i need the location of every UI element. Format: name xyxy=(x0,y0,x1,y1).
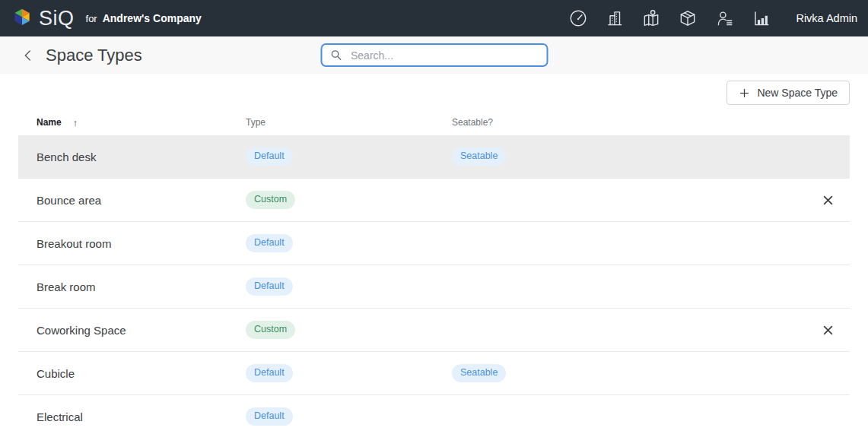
toolbar: Space Types xyxy=(0,36,868,74)
row-type-cell: Default xyxy=(246,147,452,166)
nav-people-button[interactable] xyxy=(706,0,742,36)
row-name: Bench desk xyxy=(18,150,246,163)
company-name: Andrew's Company xyxy=(103,12,202,24)
table-row[interactable]: Electrical Default xyxy=(18,395,850,434)
reports-bar-chart-icon xyxy=(751,8,771,28)
chevron-left-icon xyxy=(20,47,37,64)
people-icon xyxy=(714,8,734,28)
type-badge: Custom xyxy=(246,321,295,339)
nav-assets-button[interactable] xyxy=(669,0,706,36)
row-type-cell: Default xyxy=(246,234,452,252)
for-label: for xyxy=(86,13,97,24)
logo[interactable]: SiQ xyxy=(11,7,75,30)
column-header-name[interactable]: Name ↑ xyxy=(18,117,246,128)
delete-row-button[interactable] xyxy=(819,192,837,209)
row-type-cell: Default xyxy=(246,407,452,426)
type-badge: Default xyxy=(246,364,293,382)
row-type-cell: Default xyxy=(246,277,452,296)
type-badge: Default xyxy=(246,147,293,166)
table-row[interactable]: Break room Default xyxy=(18,265,850,309)
row-name: Breakout room xyxy=(18,237,246,250)
row-seatable-cell: Seatable xyxy=(452,147,806,166)
row-name: Break room xyxy=(18,280,246,293)
siq-cube-logo-icon xyxy=(11,7,33,30)
row-type-cell: Custom xyxy=(246,191,452,209)
type-badge: Default xyxy=(246,234,293,252)
assets-box-icon xyxy=(678,8,698,28)
table-body: Bench desk Default Seatable Bounce area … xyxy=(18,135,850,434)
search-box xyxy=(320,43,548,67)
nav-map-button[interactable] xyxy=(633,0,669,36)
dashboard-gauge-icon xyxy=(568,8,588,28)
nav-dashboard-button[interactable] xyxy=(560,0,596,36)
row-seatable-cell: Seatable xyxy=(452,364,806,382)
new-space-type-button[interactable]: New Space Type xyxy=(727,81,850,105)
table-row[interactable]: Cubicle Default Seatable xyxy=(18,352,850,395)
row-name: Electrical xyxy=(18,410,246,423)
close-icon xyxy=(823,195,833,205)
seatable-badge: Seatable xyxy=(452,147,506,166)
row-name: Bounce area xyxy=(18,194,246,207)
main-content: New Space Type Name ↑ Type Seatable? Ben… xyxy=(0,74,868,434)
row-type-cell: Default xyxy=(246,364,452,382)
delete-row-button[interactable] xyxy=(819,322,837,339)
close-icon xyxy=(823,325,833,335)
column-header-seatable[interactable]: Seatable? xyxy=(452,117,806,128)
actions-row: New Space Type xyxy=(0,81,868,105)
back-button[interactable] xyxy=(20,47,37,64)
row-actions-cell xyxy=(806,322,850,339)
type-badge: Default xyxy=(246,277,293,296)
app-header: SiQ for Andrew's Company xyxy=(0,0,868,36)
space-types-table: Name ↑ Type Seatable? Bench desk Default… xyxy=(18,109,850,434)
row-type-cell: Custom xyxy=(246,321,452,339)
sort-ascending-icon[interactable]: ↑ xyxy=(73,117,78,128)
table-row[interactable]: Bench desk Default Seatable xyxy=(18,135,850,179)
plus-icon xyxy=(739,87,750,99)
table-row[interactable]: Breakout room Default xyxy=(18,222,850,265)
buildings-icon xyxy=(605,8,625,28)
table-header-row: Name ↑ Type Seatable? xyxy=(18,109,850,135)
column-header-type[interactable]: Type xyxy=(246,117,452,128)
table-row[interactable]: Bounce area Custom xyxy=(18,179,850,222)
logo-text: SiQ xyxy=(39,8,75,29)
nav-reports-button[interactable] xyxy=(742,0,779,36)
nav-buildings-button[interactable] xyxy=(596,0,633,36)
page-title: Space Types xyxy=(46,46,142,65)
type-badge: Custom xyxy=(246,191,295,209)
search-icon xyxy=(329,49,342,62)
new-space-type-label: New Space Type xyxy=(757,87,838,99)
row-name: Coworking Space xyxy=(18,324,246,337)
row-actions-cell xyxy=(806,192,850,209)
type-badge: Default xyxy=(246,407,293,426)
map-pin-icon xyxy=(641,8,661,28)
row-name: Cubicle xyxy=(18,367,246,380)
table-row[interactable]: Coworking Space Custom xyxy=(18,309,850,352)
user-menu[interactable]: Rivka Admin xyxy=(796,12,857,24)
seatable-badge: Seatable xyxy=(452,364,506,382)
search-input[interactable] xyxy=(349,49,539,62)
